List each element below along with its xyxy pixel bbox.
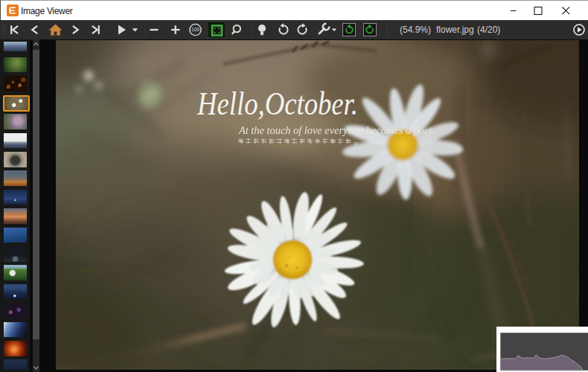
svg-text:(54.9%): (54.9%) [400,25,431,35]
svg-text:100: 100 [191,27,199,32]
svg-text:flower.jpg: flower.jpg [436,25,474,35]
svg-text:(4/20): (4/20) [477,25,500,35]
